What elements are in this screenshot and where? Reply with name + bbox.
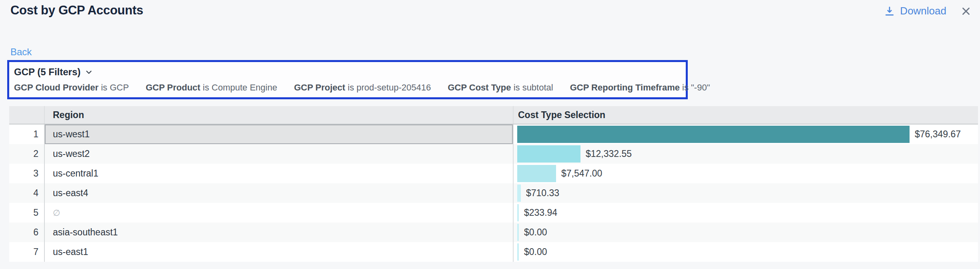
cost-column-header[interactable]: Cost Type Selection xyxy=(513,106,978,124)
cost-value: $7,547.00 xyxy=(561,168,602,179)
cost-cell[interactable]: $7,547.00 xyxy=(513,164,978,183)
region-cell[interactable]: ∅ xyxy=(45,203,513,223)
filter-name: GCP Cloud Provider xyxy=(14,82,98,92)
table-row[interactable]: 1us-west1$76,349.67 xyxy=(9,124,978,144)
table-row[interactable]: 6asia-southeast1$0.00 xyxy=(9,223,978,242)
region-column-header[interactable]: Region xyxy=(45,106,513,124)
back-link[interactable]: Back xyxy=(10,46,32,58)
close-button[interactable] xyxy=(960,5,972,17)
region-cell[interactable]: us-central1 xyxy=(45,164,513,183)
table-row[interactable]: 5∅$233.94 xyxy=(9,203,978,223)
row-number-cell: 7 xyxy=(9,242,45,262)
cost-cell[interactable]: $76,349.67 xyxy=(513,124,978,144)
cost-value: $76,349.67 xyxy=(915,129,961,140)
row-number-header xyxy=(9,106,45,124)
region-label: us-west1 xyxy=(53,129,90,140)
filter-summary-dropdown[interactable]: GCP (5 Filters) xyxy=(14,65,93,79)
table-row[interactable]: 2us-west2$12,332.55 xyxy=(9,144,978,164)
cost-bar xyxy=(517,224,519,241)
cost-value: $0.00 xyxy=(524,247,547,257)
filter-name: GCP Cost Type xyxy=(448,82,511,92)
cost-value: $233.94 xyxy=(524,207,557,218)
cost-value: $0.00 xyxy=(524,227,547,238)
region-cell[interactable]: us-west2 xyxy=(45,144,513,164)
page-title: Cost by GCP Accounts xyxy=(10,3,143,18)
row-number-cell: 6 xyxy=(9,223,45,242)
row-number-cell: 3 xyxy=(9,164,45,183)
row-number-cell: 2 xyxy=(9,144,45,164)
filter-condition: is subtotal xyxy=(511,82,553,92)
row-number-cell: 1 xyxy=(9,124,45,144)
cost-cell[interactable]: $710.33 xyxy=(513,183,978,203)
region-cell[interactable]: us-east1 xyxy=(45,242,513,262)
cost-bar xyxy=(517,243,519,261)
filter-item: GCP Product is Compute Engine xyxy=(146,82,277,93)
cost-bar xyxy=(517,126,910,143)
filter-item: GCP Cloud Provider is GCP xyxy=(14,82,129,93)
row-number-cell: 4 xyxy=(9,183,45,203)
row-number-cell: 5 xyxy=(9,203,45,223)
region-label: us-east4 xyxy=(53,188,88,199)
chevron-down-icon xyxy=(84,68,93,76)
filter-summary-label: GCP (5 Filters) xyxy=(14,66,80,78)
close-icon xyxy=(960,5,972,17)
cost-value: $710.33 xyxy=(526,188,559,199)
filter-item: GCP Cost Type is subtotal xyxy=(448,82,553,93)
region-label: asia-southeast1 xyxy=(53,227,118,238)
filter-item: GCP Project is prod-setup-205416 xyxy=(294,82,431,93)
cost-cell[interactable]: $12,332.55 xyxy=(513,144,978,164)
region-cell[interactable]: asia-southeast1 xyxy=(45,223,513,242)
filter-item: GCP Reporting Timeframe is "-90" xyxy=(570,82,710,93)
download-icon xyxy=(884,5,896,17)
cost-bar xyxy=(517,165,556,182)
table-header-row: Region Cost Type Selection xyxy=(9,106,978,124)
cost-bar xyxy=(517,204,519,221)
region-label: us-central1 xyxy=(53,168,98,179)
filter-condition: is GCP xyxy=(98,82,129,92)
download-button[interactable]: Download xyxy=(884,5,946,17)
filter-panel: GCP (5 Filters) GCP Cloud Provider is GC… xyxy=(7,60,688,99)
table-row[interactable]: 3us-central1$7,547.00 xyxy=(9,164,978,183)
filter-name: GCP Product xyxy=(146,82,201,92)
cost-cell[interactable]: $0.00 xyxy=(513,223,978,242)
null-value: ∅ xyxy=(53,208,60,218)
filter-condition: is "-90" xyxy=(680,82,710,92)
region-cell[interactable]: us-west1 xyxy=(45,124,513,144)
cost-table: Region Cost Type Selection 1us-west1$76,… xyxy=(9,106,978,262)
filter-condition: is Compute Engine xyxy=(200,82,277,92)
filter-list: GCP Cloud Provider is GCPGCP Product is … xyxy=(14,82,681,93)
filter-name: GCP Project xyxy=(294,82,345,92)
top-actions: Download xyxy=(884,5,972,17)
table-row[interactable]: 4us-east4$710.33 xyxy=(9,183,978,203)
region-label: us-east1 xyxy=(53,247,88,257)
cost-value: $12,332.55 xyxy=(586,149,632,159)
cost-bar xyxy=(517,185,521,202)
region-cell[interactable]: us-east4 xyxy=(45,183,513,203)
table-row[interactable]: 7us-east1$0.00 xyxy=(9,242,978,262)
cost-bar xyxy=(517,145,580,163)
region-label: us-west2 xyxy=(53,149,90,159)
download-label: Download xyxy=(900,5,946,17)
cost-cell[interactable]: $233.94 xyxy=(513,203,978,223)
cost-cell[interactable]: $0.00 xyxy=(513,242,978,262)
filter-name: GCP Reporting Timeframe xyxy=(570,82,680,92)
filter-condition: is prod-setup-205416 xyxy=(345,82,431,92)
cost-report-panel: Cost by GCP Accounts Download Back xyxy=(0,0,980,269)
table-body: 1us-west1$76,349.672us-west2$12,332.553u… xyxy=(9,124,978,262)
